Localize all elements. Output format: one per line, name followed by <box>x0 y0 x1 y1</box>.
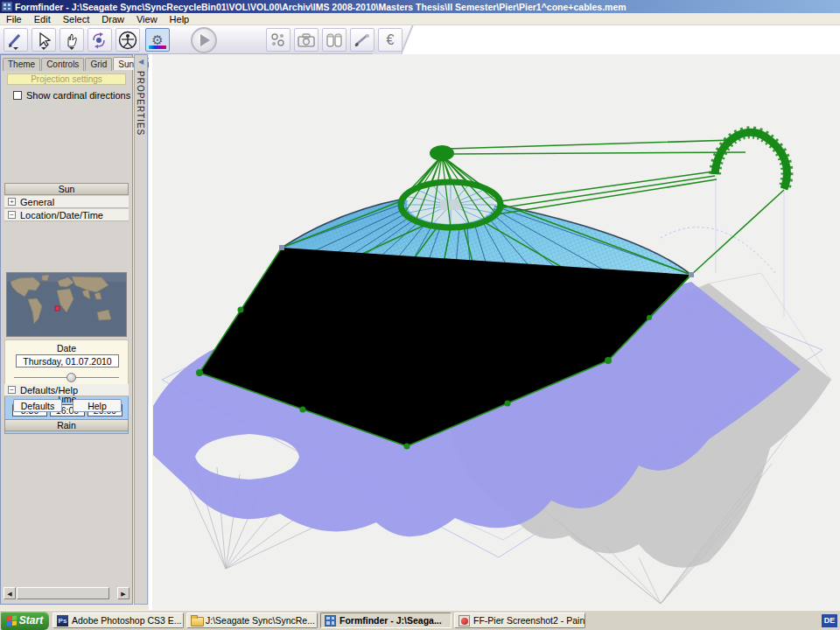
chevron-down-icon[interactable] <box>13 47 18 50</box>
menu-bar: File Edit Select Draw View Help <box>0 13 840 25</box>
chevron-down-icon[interactable] <box>41 47 46 50</box>
chevron-down-icon[interactable] <box>69 47 74 50</box>
grab-hand-icon <box>64 32 80 48</box>
window-title: Formfinder - J:\Seagate Sync\SyncRecycle… <box>15 2 626 12</box>
screen: Formfinder - J:\Seagate Sync\SyncRecycle… <box>0 0 840 630</box>
task-explorer[interactable]: J:\Seagate Sync\SyncRe... <box>186 612 318 628</box>
menu-item-help[interactable]: Help <box>164 14 196 24</box>
euro-icon: € <box>387 32 395 48</box>
task-paint[interactable]: FF-Pier Screenshot2 - Paint <box>454 612 585 628</box>
location-section-row[interactable]: − Location/Date/Time <box>4 209 129 221</box>
scroll-right-icon[interactable]: ▶ <box>117 587 130 599</box>
support-arch[interactable] <box>715 132 787 189</box>
vitruvian-man-icon <box>118 31 137 50</box>
date-slider[interactable] <box>14 373 119 382</box>
camera-icon <box>297 32 316 48</box>
projection-settings-button[interactable]: Projection settings <box>7 74 126 85</box>
membrane-structure-scene <box>152 54 840 610</box>
cost-button[interactable]: € <box>378 28 402 52</box>
task-photoshop[interactable]: Ps Adobe Photoshop CS3 E... <box>52 612 184 628</box>
sun-section-header[interactable]: Sun <box>4 183 129 195</box>
formfinder-app-icon <box>2 2 12 11</box>
pencil-tool-button[interactable] <box>4 28 28 52</box>
show-cardinal-checkbox[interactable] <box>13 91 22 100</box>
vitruvian-view-button[interactable] <box>116 28 140 52</box>
properties-side-tab[interactable]: ◀ PROPERTIES <box>134 54 148 605</box>
start-label: Start <box>19 614 43 626</box>
photoshop-icon: Ps <box>57 615 68 626</box>
properties-tab-label: PROPERTIES <box>136 71 145 136</box>
horizontal-scrollbar[interactable]: ◀ ▶ <box>4 587 130 599</box>
task-label: FF-Pier Screenshot2 - Paint <box>473 615 585 626</box>
collapse-minus-icon[interactable]: − <box>8 211 16 219</box>
world-map[interactable] <box>6 272 127 337</box>
menu-item-select[interactable]: Select <box>57 14 96 24</box>
mast-apex[interactable] <box>430 145 454 161</box>
tab-theme[interactable]: Theme <box>3 58 40 71</box>
show-cardinal-row: Show cardinal directions <box>13 90 130 101</box>
properties-panel: Theme Controls Grid Sun Images Projectio… <box>0 54 133 605</box>
start-button[interactable]: Start <box>1 612 49 630</box>
orbit-tool-button[interactable] <box>88 28 112 52</box>
fabric-rolls-icon <box>325 32 344 49</box>
date-panel: Date <box>4 340 129 388</box>
render-settings-button[interactable]: ⚙ <box>145 28 170 52</box>
menu-item-draw[interactable]: Draw <box>95 14 130 24</box>
defaults-help-label: Defaults/Help <box>20 385 78 396</box>
collapse-minus-icon[interactable]: − <box>8 386 16 394</box>
tab-controls[interactable]: Controls <box>41 58 84 71</box>
brush-icon <box>353 32 372 48</box>
brush-button[interactable] <box>350 28 374 52</box>
fabric-rolls-button[interactable] <box>322 28 346 52</box>
windows-flag-icon <box>7 615 17 626</box>
orbit-icon <box>91 32 108 49</box>
pencil-icon <box>7 32 24 48</box>
collapse-panel-icon[interactable]: ◀ <box>136 57 146 67</box>
cursor-icon <box>37 32 51 48</box>
viewport-3d[interactable] <box>149 54 840 610</box>
render-settings-gear-icon: ⚙ <box>151 33 163 46</box>
camera-button[interactable] <box>294 28 318 52</box>
formfinder-icon <box>325 615 336 626</box>
sun-location-marker[interactable] <box>55 306 60 311</box>
expand-plus-icon[interactable]: + <box>8 198 16 206</box>
scroll-left-icon[interactable]: ◀ <box>4 587 16 599</box>
toolbar: ⚙ <box>0 25 840 54</box>
scrollbar-thumb[interactable] <box>17 587 109 599</box>
rain-section-header[interactable]: Rain <box>4 419 129 431</box>
grab-tool-button[interactable] <box>60 28 84 52</box>
task-label: Adobe Photoshop CS3 E... <box>72 615 182 626</box>
menu-item-file[interactable]: File <box>0 14 28 24</box>
language-indicator[interactable]: DE <box>822 614 837 627</box>
general-section-row[interactable]: + General <box>4 196 129 208</box>
particles-icon <box>270 32 287 49</box>
paint-icon <box>458 615 470 626</box>
play-icon <box>200 34 210 46</box>
particles-button[interactable] <box>266 28 290 52</box>
location-section-label: Location/Date/Time <box>20 210 103 220</box>
date-label: Date <box>5 343 128 354</box>
general-section-label: General <box>20 197 54 207</box>
menu-item-view[interactable]: View <box>130 14 164 24</box>
task-formfinder[interactable]: Formfinder - J:\Seaga... <box>320 612 452 628</box>
folder-icon <box>191 615 202 626</box>
help-button[interactable]: Help <box>73 399 122 412</box>
defaults-help-section-row[interactable]: − Defaults/Help <box>4 384 129 396</box>
date-slider-thumb[interactable] <box>66 373 76 382</box>
play-button[interactable] <box>191 27 217 53</box>
tab-grid[interactable]: Grid <box>85 58 112 71</box>
windows-taskbar: Start Ps Adobe Photoshop CS3 E... J:\Sea… <box>0 610 840 630</box>
show-cardinal-label: Show cardinal directions <box>26 90 130 101</box>
task-label: Formfinder - J:\Seaga... <box>340 615 442 626</box>
date-field[interactable] <box>16 354 119 368</box>
menu-item-edit[interactable]: Edit <box>28 14 57 24</box>
select-tool-button[interactable] <box>32 28 56 52</box>
task-label: J:\Seagate Sync\SyncRe... <box>206 615 315 626</box>
defaults-button[interactable]: Defaults <box>13 399 62 412</box>
title-bar: Formfinder - J:\Seagate Sync\SyncRecycle… <box>0 0 840 13</box>
gradient-bar <box>149 46 166 49</box>
